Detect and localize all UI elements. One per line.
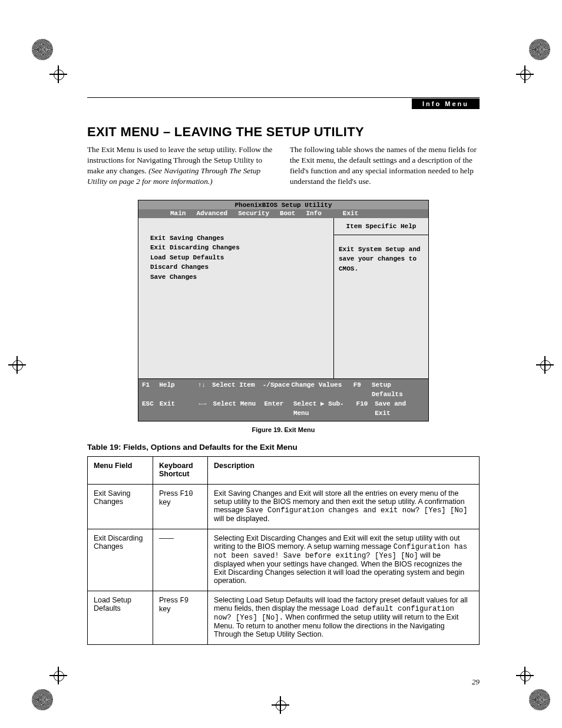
intro-left: The Exit Menu is used to leave the setup… xyxy=(87,144,277,187)
table-header: Keyboard Shortcut xyxy=(153,456,208,484)
desc-text: will be displayed. xyxy=(214,515,270,523)
bios-tab: Main xyxy=(165,210,191,217)
figure-caption: Figure 19. Exit Menu xyxy=(87,426,480,433)
table-row: Exit Discarding Changes —— Selecting Exi… xyxy=(88,529,480,591)
key-action: Help xyxy=(159,381,191,400)
bios-help-body: Exit System Setup and save your changes … xyxy=(334,235,428,284)
intro-columns: The Exit Menu is used to leave the setup… xyxy=(87,144,480,187)
table-row: Load Setup Defaults Press F9 key Selecti… xyxy=(88,591,480,644)
bios-footer-row: F1 Help ↑↓ Select Item -/Space Change Va… xyxy=(142,381,425,400)
bios-tabs: Main Advanced Security Boot Info Exit xyxy=(138,209,428,218)
cell-shortcut: Press F9 key xyxy=(153,591,208,644)
key-action: Exit xyxy=(160,400,192,419)
desc-code: Save Configuration changes and exit now?… xyxy=(246,506,467,515)
key-action: Save and Exit xyxy=(375,400,425,419)
registration-mark-icon xyxy=(274,699,287,711)
shortcut-text: Press xyxy=(159,489,180,498)
bios-menu-item: Exit Discarding Changes xyxy=(150,243,328,253)
exit-menu-table: Menu Field Keyboard Shortcut Description… xyxy=(87,456,480,645)
cell-description: Exit Saving Changes and Exit will store … xyxy=(208,484,480,529)
key-label: F1 xyxy=(142,381,159,400)
key-label: Enter xyxy=(264,400,293,419)
shortcut-text: key xyxy=(159,605,170,613)
cell-description: Selecting Exit Discarding Changes and Ex… xyxy=(208,529,480,591)
section-header-bar: Info Menu xyxy=(412,98,480,109)
bios-screenshot: PhoenixBIOS Setup Utility Main Advanced … xyxy=(138,200,429,421)
shortcut-text: Press xyxy=(159,596,180,604)
bios-tab: Exit xyxy=(338,210,363,217)
header-rule xyxy=(87,97,480,98)
key-label: F9 xyxy=(353,381,372,400)
key-action: Setup Defaults xyxy=(372,381,425,400)
cell-description: Selecting Load Setup Defaults will load … xyxy=(208,591,480,644)
page-number: 29 xyxy=(472,677,480,687)
print-rosette-icon xyxy=(32,39,53,60)
bios-tab: Advanced xyxy=(191,210,233,217)
bios-tab: Boot xyxy=(275,210,300,217)
print-rosette-icon xyxy=(529,689,550,710)
cell-menu-field: Exit Discarding Changes xyxy=(88,529,153,591)
arrows-icon: ↑↓ xyxy=(191,381,212,400)
registration-mark-icon xyxy=(52,68,65,81)
bios-footer: F1 Help ↑↓ Select Item -/Space Change Va… xyxy=(138,379,428,421)
key-action: Select Item xyxy=(212,381,263,400)
shortcut-key: F9 xyxy=(180,597,189,605)
bios-footer-row: ESC Exit ←→ Select Menu Enter Select ▶ S… xyxy=(142,400,425,419)
shortcut-text: key xyxy=(159,498,170,506)
bios-menu-item: Save Changes xyxy=(150,272,328,282)
key-action: Select Menu xyxy=(213,400,265,419)
bios-tab: Info xyxy=(300,210,326,217)
bios-menu-items: Exit Saving Changes Exit Discarding Chan… xyxy=(138,218,333,378)
key-label: F10 xyxy=(356,400,375,419)
page: Info Menu EXIT MENU – LEAVING THE SETUP … xyxy=(0,0,562,728)
registration-mark-icon xyxy=(518,669,531,682)
registration-mark-icon xyxy=(52,669,65,682)
key-action: Select ▶ Sub-Menu xyxy=(293,400,356,419)
table-row: Exit Saving Changes Press F10 key Exit S… xyxy=(88,484,480,529)
arrows-icon: ←→ xyxy=(192,400,213,419)
registration-mark-icon xyxy=(11,358,24,371)
bios-menu-item: Discard Changes xyxy=(150,262,328,272)
cell-menu-field: Exit Saving Changes xyxy=(88,484,153,529)
table-caption: Table 19: Fields, Options and Defaults f… xyxy=(87,443,480,452)
key-label: ESC xyxy=(142,400,160,419)
key-label: -/Space xyxy=(263,381,292,400)
shortcut-key: F10 xyxy=(180,490,193,498)
bios-help-title: Item Specific Help xyxy=(334,218,428,235)
cell-shortcut: —— xyxy=(153,529,208,591)
bios-help-pane: Item Specific Help Exit System Setup and… xyxy=(333,218,428,378)
registration-mark-icon xyxy=(518,68,531,81)
table-header: Menu Field xyxy=(88,456,153,484)
registration-mark-icon xyxy=(538,358,551,371)
table-header-row: Menu Field Keyboard Shortcut Description xyxy=(88,456,480,484)
page-title: EXIT MENU – LEAVING THE SETUP UTILITY xyxy=(87,124,480,140)
key-action: Change Values xyxy=(291,381,353,400)
bios-body: Exit Saving Changes Exit Discarding Chan… xyxy=(138,218,428,379)
table-header: Description xyxy=(208,456,480,484)
cell-menu-field: Load Setup Defaults xyxy=(88,591,153,644)
cell-shortcut: Press F10 key xyxy=(153,484,208,529)
print-rosette-icon xyxy=(32,689,53,710)
bios-title: PhoenixBIOS Setup Utility xyxy=(138,200,428,209)
bios-menu-item: Load Setup Defaults xyxy=(150,253,328,263)
intro-right: The following table shows the names of t… xyxy=(290,144,480,187)
bios-menu-item: Exit Saving Changes xyxy=(150,233,328,243)
bios-tab: Security xyxy=(233,210,275,217)
print-rosette-icon xyxy=(529,39,550,60)
